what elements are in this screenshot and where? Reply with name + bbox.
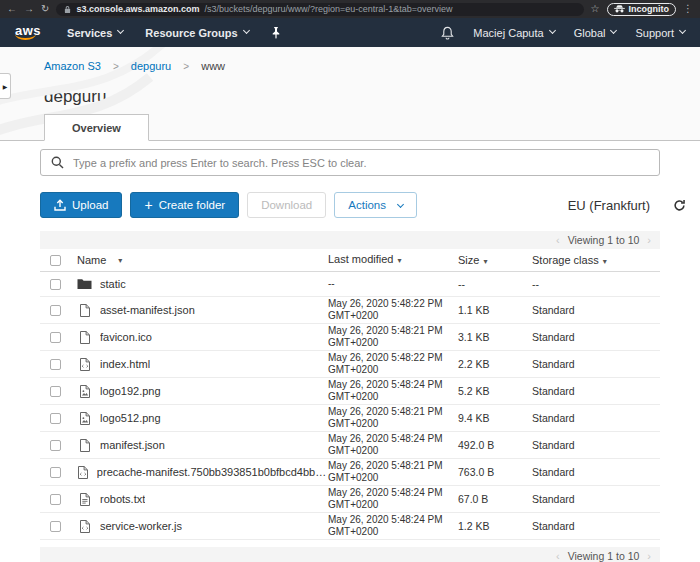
aws-logo[interactable]: aws — [15, 25, 41, 40]
actions-dropdown[interactable]: Actions — [334, 192, 417, 218]
actions-label: Actions — [348, 199, 386, 211]
sidebar-expand-handle[interactable]: ▶ — [0, 73, 11, 99]
column-header-size[interactable]: Size▾ — [458, 254, 532, 266]
support-label: Support — [635, 27, 674, 39]
search-input[interactable] — [73, 157, 649, 169]
object-name[interactable]: logo192.png — [100, 385, 161, 397]
plus-icon: + — [144, 198, 152, 212]
chevron-down-icon — [117, 27, 124, 34]
row-checkbox[interactable] — [50, 440, 61, 451]
forward-icon[interactable]: → — [24, 4, 34, 14]
breadcrumb-amazon-s3[interactable]: Amazon S3 — [44, 60, 101, 72]
nav-pin-shortcut[interactable] — [271, 27, 281, 39]
row-checkbox[interactable] — [50, 494, 61, 505]
nav-resource-groups-menu[interactable]: Resource Groups — [145, 27, 248, 39]
region-scope-label: Global — [574, 27, 606, 39]
object-rows: static------asset-manifest.jsonMay 26, 2… — [40, 272, 660, 540]
bookmark-star-icon[interactable]: ☆ — [591, 4, 600, 14]
column-header-storage-class[interactable]: Storage class▾ — [532, 254, 650, 266]
upload-label: Upload — [72, 199, 108, 211]
nav-support-menu[interactable]: Support — [635, 27, 685, 39]
row-checkbox[interactable] — [50, 359, 61, 370]
page-next-icon[interactable]: › — [647, 550, 651, 562]
sort-icon: ▾ — [397, 256, 401, 265]
sort-icon: ▾ — [603, 257, 607, 266]
object-name[interactable]: static — [100, 278, 126, 290]
refresh-icon[interactable] — [673, 199, 686, 212]
column-header-name[interactable]: Name▾ — [77, 254, 328, 266]
object-last-modified: May 26, 2020 5:48:22 PMGMT+0200 — [328, 298, 458, 322]
account-name-label: Maciej Caputa — [473, 27, 543, 39]
object-size: 2.2 KB — [458, 358, 532, 370]
object-name[interactable]: service-worker.js — [100, 520, 182, 532]
url-domain: s3.console.aws.amazon.com — [76, 4, 199, 14]
page-prev-icon[interactable]: ‹ — [556, 234, 560, 246]
name-column-label: Name — [77, 254, 106, 266]
row-checkbox[interactable] — [50, 279, 61, 290]
download-button[interactable]: Download — [247, 192, 326, 218]
object-name[interactable]: logo512.png — [100, 412, 161, 424]
chevron-down-icon — [243, 27, 250, 34]
size-column-label: Size — [458, 254, 479, 266]
objects-table: ‹ Viewing 1 to 10 › Name▾ Last modified▾… — [40, 231, 660, 562]
reload-icon[interactable]: ↻ — [41, 4, 49, 14]
browser-menu-icon[interactable]: ⋮ — [683, 4, 693, 14]
chevron-down-icon — [679, 27, 686, 34]
file-icon — [77, 439, 92, 452]
object-size: 67.0 B — [458, 493, 532, 505]
column-header-last-modified[interactable]: Last modified▾ — [328, 253, 458, 267]
table-row: index.htmlMay 26, 2020 5:48:22 PMGMT+020… — [40, 351, 660, 378]
folder-icon — [77, 278, 92, 290]
url-path: /s3/buckets/depguru/www/?region=eu-centr… — [204, 4, 452, 14]
chevron-down-icon — [549, 27, 556, 34]
object-size: 9.4 KB — [458, 412, 532, 424]
row-checkbox[interactable] — [50, 386, 61, 397]
object-name[interactable]: precache-manifest.750bb393851b0bfbcd4bb5… — [97, 466, 328, 478]
page-next-icon[interactable]: › — [647, 234, 651, 246]
last-modified-column-label: Last modified — [328, 253, 393, 265]
nav-region-menu[interactable]: Global — [574, 27, 617, 39]
object-name[interactable]: robots.txt — [100, 493, 145, 505]
object-name[interactable]: manifest.json — [100, 439, 165, 451]
create-folder-button[interactable]: + Create folder — [130, 192, 239, 218]
upload-button[interactable]: Upload — [40, 192, 122, 218]
row-checkbox[interactable] — [50, 305, 61, 316]
object-name[interactable]: index.html — [100, 358, 150, 370]
table-row: logo512.pngMay 26, 2020 5:48:21 PMGMT+02… — [40, 405, 660, 432]
pagination-bottom: ‹ Viewing 1 to 10 › — [40, 547, 660, 562]
row-checkbox[interactable] — [50, 521, 61, 532]
browser-chrome: ← → ↻ s3.console.aws.amazon.com/s3/bucke… — [0, 0, 700, 18]
object-storage-class: Standard — [532, 358, 650, 370]
code-file-icon — [77, 520, 92, 533]
row-checkbox[interactable] — [50, 467, 61, 478]
nav-services-label: Services — [67, 27, 112, 39]
object-storage-class: Standard — [532, 412, 650, 424]
nav-account-menu[interactable]: Maciej Caputa — [473, 27, 554, 39]
table-row: favicon.icoMay 26, 2020 5:48:21 PMGMT+02… — [40, 324, 660, 351]
tab-overview[interactable]: Overview — [44, 114, 149, 141]
storage-class-column-label: Storage class — [532, 254, 599, 266]
select-all-checkbox[interactable] — [50, 255, 61, 266]
prefix-search-box — [40, 149, 660, 176]
object-name[interactable]: favicon.ico — [100, 331, 152, 343]
breadcrumb-bucket[interactable]: depguru — [131, 60, 171, 72]
create-folder-label: Create folder — [159, 199, 225, 211]
object-storage-class: Standard — [532, 493, 650, 505]
pagination-top: ‹ Viewing 1 to 10 › — [40, 231, 660, 249]
table-row: manifest.jsonMay 26, 2020 5:48:24 PMGMT+… — [40, 432, 660, 459]
breadcrumb: Amazon S3 > depguru > www — [44, 47, 700, 72]
page-prev-icon[interactable]: ‹ — [556, 550, 560, 562]
object-name[interactable]: asset-manifest.json — [100, 304, 195, 316]
nav-services-menu[interactable]: Services — [67, 27, 123, 39]
chevron-down-icon — [397, 200, 404, 207]
row-checkbox[interactable] — [50, 332, 61, 343]
row-checkbox[interactable] — [50, 413, 61, 424]
notifications-bell-icon[interactable] — [441, 26, 454, 40]
back-icon[interactable]: ← — [7, 4, 17, 14]
file-icon — [77, 304, 92, 317]
incognito-icon — [614, 5, 625, 13]
code-file-icon — [77, 358, 92, 371]
table-row: precache-manifest.750bb393851b0bfbcd4bb5… — [40, 459, 660, 486]
address-bar[interactable]: s3.console.aws.amazon.com/s3/buckets/dep… — [56, 3, 583, 16]
file-icon — [77, 331, 92, 344]
